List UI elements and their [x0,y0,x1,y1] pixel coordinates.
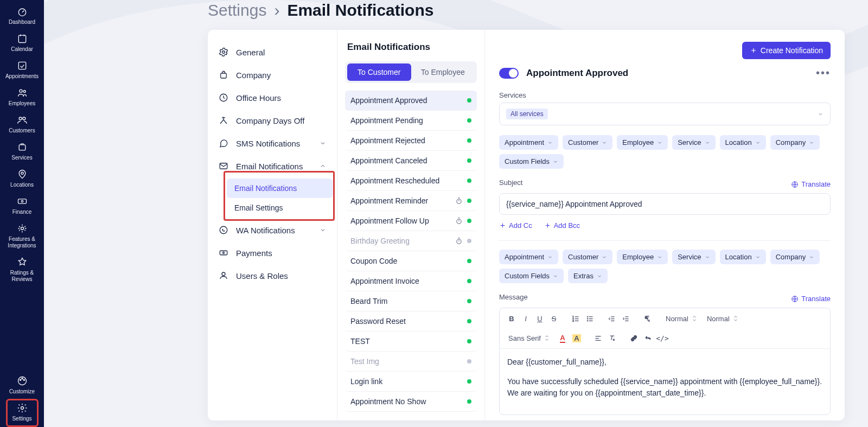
svg-text:3: 3 [572,319,574,322]
placeholder-tag[interactable]: Customer [563,250,612,264]
font-select[interactable]: Sans Serif [505,334,553,342]
notification-row[interactable]: Appointment Invoice [345,271,477,291]
placeholder-tag[interactable]: Appointment [499,135,558,150]
notification-row[interactable]: Beard Trim [345,291,477,311]
svg-point-33 [587,316,588,317]
rail-label: Calendar [11,46,33,53]
strike-button[interactable]: S [547,312,560,325]
placeholder-tag[interactable]: Appointment [499,250,558,264]
text-color-button[interactable]: A [556,332,569,345]
notification-row[interactable]: Coupon Code [345,251,477,271]
rich-text-editor: B I U S 123 Normal Normal [499,308,831,415]
rail-finance[interactable]: Finance [0,192,44,219]
notification-row[interactable]: Appointment Approved [345,91,477,111]
enable-toggle[interactable] [499,68,519,79]
globe-icon [791,181,799,188]
indent-button[interactable] [619,312,632,325]
notification-row[interactable]: Birthday Greeting [345,231,477,251]
rail-customers[interactable]: Customers [0,111,44,138]
placeholder-tag[interactable]: Extras [568,269,608,283]
undo-button[interactable] [642,332,655,345]
add-bcc-link[interactable]: Add Bcc [544,221,580,230]
rail-settings[interactable]: Settings [6,399,39,427]
tab-to-employee[interactable]: To Employee [411,63,475,81]
placeholder-tag[interactable]: Custom Fields [499,154,564,169]
placeholder-tag[interactable]: Employee [617,135,668,150]
size-select[interactable]: Normal [704,315,742,323]
sidebar-item-users-roles[interactable]: Users & Roles [212,264,333,287]
placeholder-tag[interactable]: Location [720,250,766,264]
sidebar-item-payments[interactable]: Payments [212,241,333,264]
placeholder-tag[interactable]: Service [672,135,715,150]
notification-row[interactable]: Appointment Reminder [345,191,477,211]
breadcrumb-parent[interactable]: Settings [208,1,266,20]
italic-button[interactable]: I [519,312,532,325]
bold-button[interactable]: B [505,312,518,325]
svg-rect-22 [220,251,227,255]
sidebar-item-wa[interactable]: WA Notifications [212,219,333,241]
tag-label: Customer [568,253,598,261]
rail-features[interactable]: Features & Integrations [0,219,44,253]
sidebar-item-days-off[interactable]: Company Days Off [212,109,333,132]
placeholder-tag[interactable]: Company [770,135,820,150]
direction-button[interactable] [641,312,654,325]
sidebar-item-email[interactable]: Email Notifications [212,155,333,177]
translate-subject-link[interactable]: Translate [791,180,831,188]
add-cc-link[interactable]: Add Cc [499,221,532,230]
translate-message-link[interactable]: Translate [791,295,831,303]
notification-row[interactable]: Appointment Canceled [345,151,477,171]
notification-row[interactable]: TEST [345,332,477,352]
align-button[interactable] [592,332,605,345]
notification-row-label: Appointment Pending [350,116,423,125]
services-label: Services [499,91,831,99]
notification-row[interactable]: Password Reset [345,311,477,332]
bullet-list-button[interactable] [583,312,596,325]
rail-dashboard[interactable]: Dashboard [0,2,44,29]
button-label: Create Notification [761,46,823,55]
placeholder-tag[interactable]: Employee [617,250,668,264]
rail-appointments[interactable]: Appointments [0,56,44,84]
subject-input[interactable] [499,193,831,215]
placeholder-tag[interactable]: Location [720,135,766,150]
ordered-list-button[interactable]: 123 [569,312,582,325]
code-button[interactable]: </> [656,332,669,345]
sidebar-sub-email-notifications[interactable]: Email Notifications [227,179,333,198]
tab-to-customer[interactable]: To Customer [347,63,411,81]
outdent-button[interactable] [605,312,618,325]
sidebar-item-office-hours[interactable]: Office Hours [212,86,333,109]
sidebar-item-general[interactable]: General [212,41,333,63]
placeholder-tag[interactable]: Service [672,250,715,264]
rail-customize[interactable]: Customize [0,372,44,399]
notification-row[interactable]: Appointment Follow Up [345,211,477,231]
rail-employees[interactable]: Employees [0,84,44,111]
notification-row[interactable]: Login link [345,372,477,392]
underline-button[interactable]: U [533,312,546,325]
create-notification-button[interactable]: Create Notification [742,42,831,59]
rail-locations[interactable]: Locations [0,165,44,192]
notification-row[interactable]: Appointment Pending [345,111,477,131]
placeholder-tag[interactable]: Customer [563,135,612,150]
notification-row-label: Coupon Code [350,257,397,265]
notification-list: Appointment ApprovedAppointment PendingA… [345,91,477,412]
rail-services[interactable]: Services [0,138,44,165]
sidebar-item-sms[interactable]: SMS Notifications [212,132,333,155]
more-menu[interactable]: ••• [816,67,831,79]
sidebar-item-company[interactable]: Company [212,63,333,86]
notification-row[interactable]: Test Img [345,352,477,372]
rail-ratings[interactable]: Ratings & Reviews [0,253,44,286]
placeholder-tag[interactable]: Custom Fields [499,269,564,283]
notification-row[interactable]: Appointment Rescheduled [345,171,477,191]
heading-select[interactable]: Normal [662,315,700,323]
placeholder-tag[interactable]: Company [770,250,820,264]
sidebar-sub-email-settings[interactable]: Email Settings [227,198,333,218]
rail-calendar[interactable]: Calendar [0,29,44,56]
plus-icon [750,47,757,54]
notification-row[interactable]: Appointment Rejected [345,131,477,151]
rte-body[interactable]: Dear {{customer_full_name}}, You have su… [500,349,830,415]
bg-color-button[interactable]: A [570,332,583,345]
services-select[interactable]: All services [499,103,831,125]
rail-label: Features & Integrations [0,236,44,249]
link-button[interactable] [628,332,641,345]
clear-format-button[interactable] [606,332,619,345]
notification-row[interactable]: Appointment No Show [345,392,477,412]
